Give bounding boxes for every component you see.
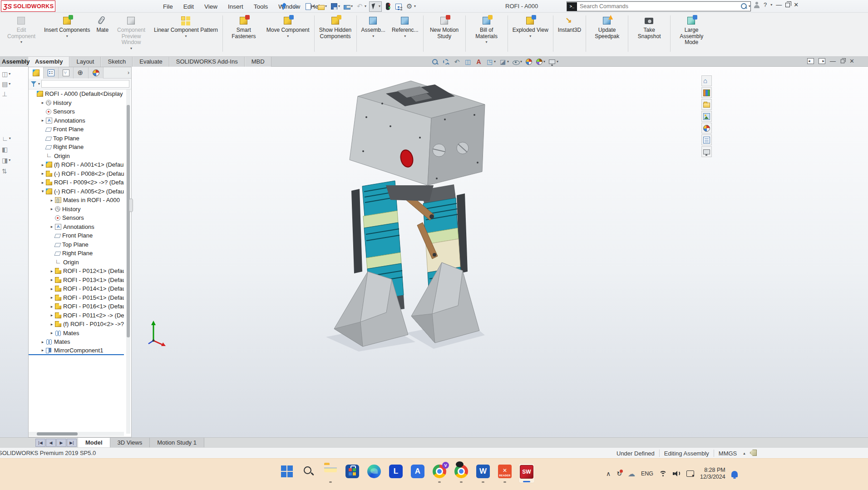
clock[interactable]: 8:28 PM 12/3/2024 [700, 467, 725, 480]
tree-expand-arrow[interactable]: ▸ [49, 304, 55, 309]
fm-expand-icon[interactable]: › [128, 69, 129, 76]
volume-icon[interactable] [673, 470, 681, 477]
taskbar-file-explorer[interactable] [322, 463, 339, 483]
zoom-to-area-button[interactable] [441, 58, 451, 66]
display-style-dropdown-icon[interactable]: ▾ [507, 60, 509, 64]
taskbar-l-app[interactable]: L [388, 463, 404, 483]
tree-expand-arrow[interactable]: ▸ [49, 287, 55, 291]
tree-item[interactable]: ▸History [29, 205, 124, 214]
taskbar-solidworks-2019[interactable]: SW [518, 463, 535, 483]
tree-expand-arrow[interactable]: ▸ [49, 277, 55, 282]
dock-icon-6[interactable]: ◨▾ [2, 157, 10, 164]
status-units-selector[interactable]: MMGS ▴ [719, 450, 745, 457]
help-button[interactable]: ? [764, 1, 767, 8]
tree-item[interactable]: ▸Annotations [29, 223, 124, 232]
tree-item[interactable]: Front Plane [29, 231, 124, 240]
file-explorer-tab[interactable] [701, 99, 712, 110]
wifi-icon[interactable] [659, 471, 667, 477]
hidden-icons-chevron[interactable]: ∧ [606, 470, 611, 477]
insert-components-dropdown-icon[interactable]: ▾ [66, 35, 68, 38]
select-tool-dropdown-icon[interactable]: ▾ [379, 5, 380, 8]
view-settings-dropdown-icon[interactable]: ▾ [557, 60, 558, 64]
taskbar-start[interactable] [279, 463, 295, 483]
tab-nav-first[interactable]: |◀ [35, 439, 45, 447]
assembly-features-button[interactable]: Assemb...▾ [358, 15, 389, 39]
menu-insert[interactable]: Insert [227, 2, 245, 11]
dock-icon-4-dropdown-icon[interactable]: ▾ [9, 137, 11, 140]
update-speedpak-button[interactable]: Update Speedpak [587, 15, 626, 40]
undo-dropdown-icon[interactable]: ▾ [365, 5, 366, 8]
filter-funnel-icon[interactable] [30, 81, 37, 87]
linear-pattern-dropdown-icon[interactable]: ▾ [185, 35, 187, 38]
dock-icon-5[interactable]: ◧ [2, 146, 8, 153]
bill-of-materials-button[interactable]: Bill of Materials▾ [467, 15, 506, 45]
taskbar-search[interactable] [301, 463, 317, 483]
appearances-scenes-tab[interactable] [701, 123, 712, 134]
tree-item[interactable]: ▸ROFI - P014<1> (Default< [29, 284, 124, 293]
settings-gear-button[interactable]: ▾ [405, 2, 417, 11]
fm-tab-display-manager[interactable] [89, 67, 104, 79]
tree-item[interactable]: ▸Mates [29, 337, 124, 346]
mate-button[interactable]: Mate [93, 15, 112, 35]
apply-scene-dropdown-icon[interactable]: ▾ [543, 60, 545, 64]
tree-expand-arrow[interactable]: ▸ [49, 207, 55, 211]
tree-item[interactable]: Sensors [29, 213, 124, 223]
panel-splitter-handle[interactable] [129, 198, 133, 212]
new-motion-study-button[interactable]: New Motion Study [425, 15, 464, 40]
save-dropdown-icon[interactable]: ▾ [338, 5, 340, 8]
fm-tab-dimxpert[interactable] [74, 67, 89, 79]
new-document-button[interactable]: ▾ [304, 2, 315, 11]
dock-icon-1[interactable]: ◫▾ [2, 70, 10, 78]
notification-bell-icon[interactable] [731, 471, 738, 477]
tree-item[interactable]: ▸(f) ROFI - P010<2> ->? (De [29, 320, 124, 329]
collapse-right-pane-icon[interactable] [819, 58, 825, 64]
linear-pattern-button[interactable]: Linear Component Pattern▾ [151, 15, 221, 39]
scrollbar-thumb[interactable] [37, 432, 78, 436]
onedrive-icon[interactable]: ☁ [628, 470, 635, 478]
language-indicator[interactable]: ENG [641, 470, 653, 477]
doc-close-button[interactable]: ✕ [849, 58, 854, 64]
tree-expand-arrow[interactable]: ▸ [49, 198, 55, 203]
open-dropdown-icon[interactable]: ▾ [325, 5, 327, 8]
search-dropdown-icon[interactable]: ▾ [749, 5, 750, 8]
print-dropdown-icon[interactable]: ▾ [351, 5, 353, 8]
tree-expand-arrow[interactable]: ▸ [49, 295, 55, 300]
open-button[interactable]: ▾ [317, 2, 328, 11]
tree-item[interactable]: Top Plane [29, 134, 124, 143]
component-preview-dropdown-icon[interactable]: ▾ [130, 47, 132, 50]
fm-tab-properties[interactable] [44, 67, 59, 79]
dock-icon-4[interactable]: ∟▾ [2, 135, 11, 142]
tree-item[interactable]: ▸ROFI - P013<1> (Default< [29, 276, 124, 285]
bill-of-materials-dropdown-icon[interactable]: ▾ [486, 40, 488, 44]
tab-solidworks-add-ins[interactable]: SOLIDWORKS Add-Ins [169, 57, 245, 67]
scrollbar-thumb[interactable] [127, 105, 130, 337]
tree-item[interactable]: ▸(f) ROFI - A001<1> (Default<D [29, 160, 124, 169]
menu-view[interactable]: View [203, 2, 219, 11]
tree-horizontal-scrollbar[interactable] [29, 432, 124, 436]
tab-nav-next[interactable]: ▶ [56, 439, 66, 447]
tab-evaluate[interactable]: Evaluate [133, 57, 169, 67]
print-button[interactable]: ▾ [343, 2, 354, 10]
tree-filter-input[interactable] [41, 80, 129, 88]
doc-minimize-button[interactable]: — [830, 58, 836, 64]
update-pending-icon[interactable]: ↻ [616, 470, 622, 477]
tree-expand-arrow[interactable]: ▸ [49, 331, 55, 335]
tree-expand-arrow[interactable]: ▸ [39, 100, 46, 105]
doc-tab-motion-study-1[interactable]: Motion Study 1 [150, 438, 204, 448]
tree-item[interactable]: ▸ROFI - P015<1> (Default< [29, 293, 124, 302]
home-button[interactable] [292, 2, 302, 11]
view-orientation-dropdown-icon[interactable]: ▾ [494, 60, 496, 64]
zoom-to-fit-button[interactable] [430, 58, 440, 66]
view-palette-tab[interactable] [701, 111, 712, 122]
user-account-icon[interactable] [754, 2, 760, 8]
tree-item[interactable]: ▸Mates in ROFI - A000 [29, 196, 124, 205]
tree-item[interactable]: ▸History [29, 99, 124, 108]
tree-item[interactable]: Top Plane [29, 240, 124, 249]
tree-expand-arrow[interactable]: ▸ [39, 118, 46, 123]
tree-item[interactable]: ▸MirrorComponent1 [29, 346, 124, 356]
tree-item[interactable]: Sensors [29, 107, 124, 116]
tree-expand-arrow[interactable]: ▸ [39, 348, 46, 352]
taskbar-edge[interactable] [366, 463, 382, 483]
assembly-features-dropdown-icon[interactable]: ▾ [372, 35, 374, 38]
tree-item[interactable]: ▸Mates [29, 329, 124, 338]
